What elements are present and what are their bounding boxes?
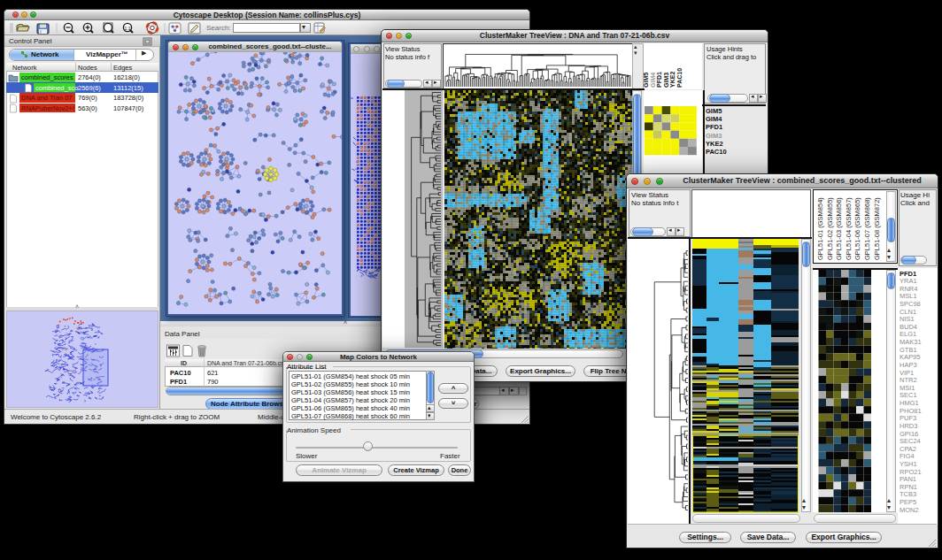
svg-text:GPL51-08 (GSM872): GPL51-08 (GSM872) bbox=[873, 197, 881, 260]
svg-text:GPL51-01 (GSM854): GPL51-01 (GSM854) bbox=[816, 197, 824, 260]
svg-text:GPL51-03 (GSM856): GPL51-03 (GSM856) bbox=[835, 197, 843, 260]
svg-text:PFD1: PFD1 bbox=[656, 72, 662, 88]
svg-text:GIM5: GIM5 bbox=[644, 73, 649, 88]
svg-text:GPL51-06 (GSM865): GPL51-06 (GSM865) bbox=[853, 197, 861, 260]
svg-text:GPL51-02 (GSM855): GPL51-02 (GSM855) bbox=[826, 197, 834, 260]
svg-text:1:1: 1:1 bbox=[125, 26, 131, 31]
svg-text:Search:: Search: bbox=[206, 24, 231, 32]
svg-text:GPL51-04 (GSM857): GPL51-04 (GSM857) bbox=[845, 197, 853, 260]
svg-text:PAC10: PAC10 bbox=[676, 68, 683, 88]
svg-text:GPL51-07 (GSM868): GPL51-07 (GSM868) bbox=[863, 197, 871, 260]
svg-text:YKE2: YKE2 bbox=[669, 72, 676, 88]
svg-text:GIM4: GIM4 bbox=[650, 73, 656, 88]
svg-text:GIM3: GIM3 bbox=[663, 73, 669, 88]
